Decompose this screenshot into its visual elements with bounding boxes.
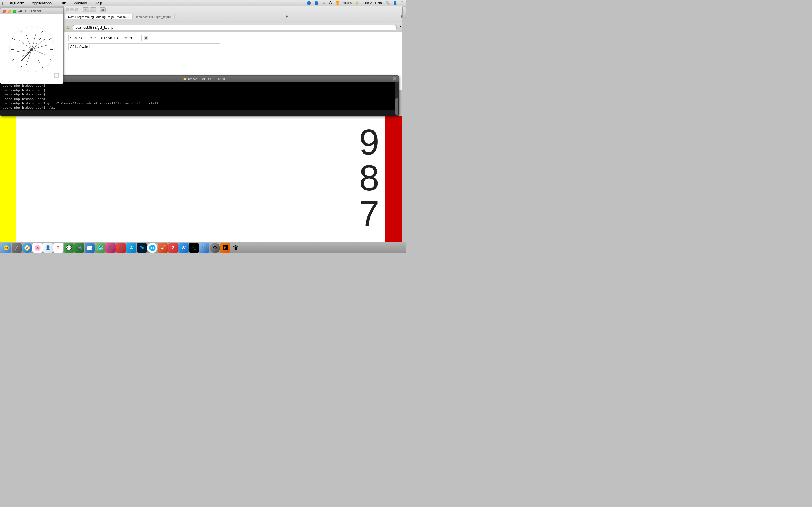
wifi-icon: 📶	[336, 1, 340, 5]
maximize-button[interactable]	[13, 10, 16, 13]
dock-chrome[interactable]: 🌐	[147, 243, 157, 253]
dock-garageband[interactable]: 🎸	[158, 243, 168, 253]
tab-bar: RJM Programming Landing Page – Welcome t…	[64, 13, 406, 19]
lock-icon: 🔒	[66, 25, 70, 30]
tab-active[interactable]: RJM Programming Landing Page – Welcome t…	[65, 14, 133, 19]
clock-hour-9: 9	[359, 124, 379, 160]
browser-maximize[interactable]	[75, 8, 78, 11]
analog-clock	[4, 18, 60, 80]
dock-safari[interactable]: 🧭	[22, 243, 32, 253]
menu-window[interactable]: Window	[72, 0, 88, 6]
apple-menu[interactable]: 	[2, 1, 4, 5]
dock-music[interactable]: 🎵	[105, 243, 116, 253]
dock-calendar[interactable]: 📅	[53, 243, 63, 253]
menu-bar:  XQuartz Applications Edit Window Help …	[0, 0, 406, 6]
dock-mail[interactable]: ✉️	[85, 243, 95, 253]
menu-help[interactable]: Help	[93, 0, 104, 6]
address-bar[interactable]: localhost:8888/get_tz.php	[72, 25, 397, 31]
dock-itunes[interactable]: 🎵	[116, 243, 126, 253]
datetime-input[interactable]	[68, 35, 142, 41]
terminal-title-area: 📁 htdocs — x1 • x1 — 154×8	[183, 77, 225, 81]
svg-point-26	[31, 48, 33, 50]
terminal-line-3: users-mbp:htdocs user$	[3, 93, 396, 97]
dock-xcode[interactable]: 🔨	[199, 243, 209, 253]
browser-nav: ‹ ›	[83, 7, 96, 12]
clock-hour-8: 8	[359, 160, 379, 196]
dock-terminal[interactable]: >_	[189, 243, 199, 253]
terminal-body-wrapper: users-mbp:htdocs user$ users-mbp:htdocs …	[0, 82, 399, 116]
bluetooth-icon: ⦿	[329, 1, 332, 5]
terminal-line-5: users-mbp:htdocs user$ g++ -I /usr/X11/i…	[3, 101, 396, 106]
address-bar-row: 🔒 localhost:8888/get_tz.php ↻	[64, 23, 406, 32]
big-clock-area: 9 8 7	[0, 116, 406, 242]
browser-traffic-lights	[66, 8, 78, 11]
dock-photoshop[interactable]: Ps	[137, 243, 147, 253]
menu-xquartz[interactable]: XQuartz	[8, 0, 26, 6]
menu-bar-left:  XQuartz Applications Edit Window Help	[2, 0, 104, 6]
scrollbar-thumb[interactable]	[402, 7, 406, 18]
user-icon[interactable]: 👤	[393, 1, 397, 5]
dock-finder[interactable]: 😊	[1, 243, 11, 253]
terminal-title: htdocs — x1 • x1 — 154×8	[188, 77, 225, 80]
tab-inactive[interactable]: localhost:8888/get_tz.php	[133, 14, 174, 19]
battery-level: 100%	[343, 1, 352, 5]
terminal-body[interactable]: users-mbp:htdocs user$ users-mbp:htdocs …	[0, 82, 399, 110]
nordvpn-icon: 🔵	[307, 1, 311, 5]
xquartz-title: +07 11:01:36 20...	[18, 10, 43, 13]
browser-titlebar: ‹ › ⊞	[64, 6, 406, 13]
clear-button[interactable]: ✕	[144, 36, 148, 40]
tab-label-2: localhost:8888/get_tz.php	[136, 15, 171, 18]
dock-maps[interactable]: 🗺️	[95, 243, 105, 253]
xquartz-titlebar: +07 11:01:36 20...	[0, 8, 63, 14]
dock-contacts[interactable]: 👤	[43, 243, 53, 253]
terminal-line-1: users-mbp:htdocs user$	[3, 83, 396, 88]
browser-chrome: ‹ › ⊞ RJM Programming Landing Page – Wel…	[64, 6, 406, 23]
tab-add-button[interactable]: +	[284, 14, 290, 19]
dock-launchpad[interactable]: 🚀	[11, 243, 22, 253]
browser-close[interactable]	[66, 8, 69, 11]
clock-hour-7: 7	[359, 196, 379, 232]
terminal-line-2: users-mbp:htdocs user$	[3, 88, 396, 93]
folder-icon: 📁	[183, 77, 187, 81]
dock-facetime[interactable]: 📹	[74, 243, 84, 253]
dock-photos[interactable]: 🌸	[33, 243, 43, 253]
moom-icon: 🔵	[314, 1, 319, 5]
battery-icon: 🔋	[355, 1, 359, 5]
tab-grid-button[interactable]: ⊞	[100, 7, 106, 12]
clock-white-inner	[15, 116, 385, 242]
traffic-lights	[3, 10, 16, 13]
dock-trash[interactable]: 🗑	[231, 243, 241, 253]
minimize-button[interactable]	[8, 10, 11, 13]
url-display: localhost:8888/get_tz.php	[75, 25, 113, 30]
menu-applications[interactable]: Applications	[30, 0, 53, 6]
clock-canvas	[0, 14, 63, 84]
browser-minimize[interactable]	[70, 8, 73, 11]
tab-label-1: RJM Programming Landing Page – Welcome t…	[68, 15, 130, 18]
screenconnect-icon: 🖥	[322, 1, 325, 5]
right-scrollbar[interactable]	[402, 6, 406, 242]
svg-rect-27	[54, 73, 59, 77]
back-button[interactable]: ‹	[83, 7, 89, 12]
terminal-scrollbar-toggle[interactable]	[393, 77, 396, 80]
terminal-scrollbar-thumb[interactable]	[395, 98, 398, 115]
terminal-line-6: users-mbp:htdocs user$ ./x1	[3, 106, 396, 110]
dock-unknown[interactable]: 🅰	[220, 243, 231, 253]
dock-messages[interactable]: 💬	[64, 243, 74, 253]
terminal-line-4: users-mbp:htdocs user$	[3, 97, 396, 101]
close-button[interactable]	[3, 10, 6, 13]
forward-button[interactable]: ›	[90, 7, 96, 12]
search-icon[interactable]: 🔍	[386, 1, 390, 5]
timezone-result: Africa/Nairobi	[68, 43, 220, 50]
tz-datetime-bar: ✕	[68, 35, 401, 41]
dock: 😊 🚀 🧭 🌸 👤 📅 💬 📹 ✉️ 🗺️ 🎵 🎵 A Ps 🌐 🎸 Z W >…	[0, 242, 406, 253]
browser-window: ‹ › ⊞ RJM Programming Landing Page – Wel…	[63, 6, 406, 82]
dock-appstore[interactable]: A	[126, 243, 137, 253]
dock-filezilla[interactable]: Z	[168, 243, 178, 253]
menu-edit[interactable]: Edit	[58, 0, 67, 6]
menu-bar-right: 🔵 🔵 🖥 ⦿ 📶 100% 🔋 Sun 2:01 pm 🔍 👤 ☰	[307, 1, 404, 5]
control-strip-icon[interactable]: ☰	[401, 1, 404, 5]
dock-system-prefs[interactable]: ⚙	[210, 243, 220, 253]
terminal-scrollbar[interactable]	[395, 82, 399, 116]
xquartz-window: +07 11:01:36 20...	[0, 8, 63, 84]
dock-word[interactable]: W	[179, 243, 189, 253]
